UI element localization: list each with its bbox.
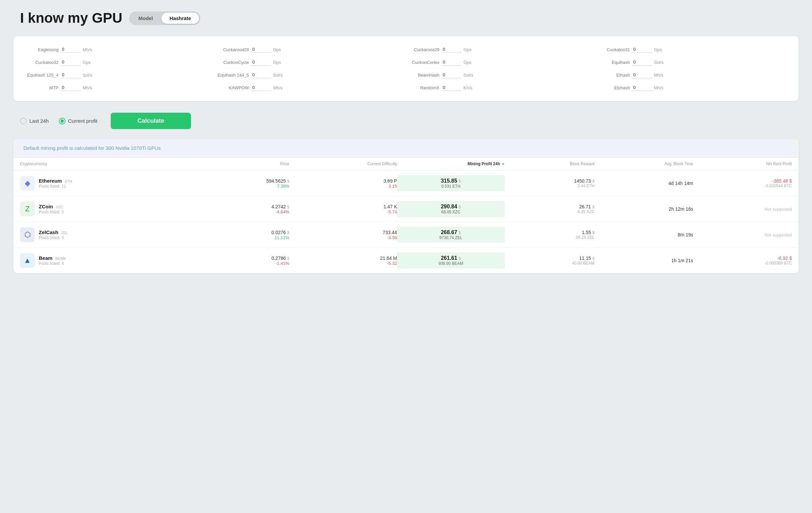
crypto-cell: ▲ Beam BEAM Pools listed: 4 [20, 253, 200, 268]
hashrate-input-equihash[interactable] [632, 59, 652, 65]
price-usd: 4.2742 $ [200, 204, 289, 209]
hashrate-input-cuckoocycle[interactable] [251, 59, 271, 65]
not-supported-label: Not supported [764, 232, 792, 237]
hashrate-unit: Mh/s [654, 73, 664, 78]
hashrate-field-mtp: MTP Mh/s [27, 84, 214, 91]
price-usd: 594.5625 $ [200, 178, 289, 183]
block-reward-cell: 11.15 $ 40.00 BEAM [505, 256, 594, 265]
current-profit-radio-fill [61, 119, 64, 123]
results-info-text: Default mining profit is calculated for … [23, 145, 161, 151]
hashrate-field-cuckatoo31: Cuckatoo31 Gps [598, 46, 786, 53]
current-profit-radio[interactable] [59, 118, 65, 124]
avg-block-time-value: 1h 1m 21s [594, 258, 693, 263]
hashrate-unit: Sol/s [464, 73, 473, 78]
hashrate-field-equihash: Equihash Sol/s [598, 59, 786, 65]
hashrate-label: BeamHash [408, 73, 439, 78]
current-profit-option[interactable]: Current profit [59, 118, 98, 124]
price-change: 7.39% [200, 183, 289, 189]
block-reward-crypto: 2.44 ETH [505, 183, 594, 188]
difficulty-value: 1.47 K [289, 204, 397, 209]
profit-main: 261.61 $ [398, 255, 503, 261]
beam-icon: ▲ [20, 253, 35, 268]
hashrate-field-ethash: Ethash Mh/s [598, 72, 786, 78]
hashrate-unit: Mh/s [83, 85, 92, 90]
hashrate-input-cuckatoo31[interactable] [632, 46, 652, 53]
price-cell: 0.0276 $ 11.11% [200, 230, 289, 240]
difficulty-change: -3.56 [289, 235, 397, 240]
difficulty-cell: 1.47 K -5.74 [289, 204, 397, 215]
block-reward-cell: 26.71 $ 6.25 XZC [505, 204, 594, 214]
calculate-button[interactable]: Calculate [111, 113, 191, 129]
difficulty-change: -5.74 [289, 209, 397, 215]
current-profit-label: Current profit [68, 118, 98, 124]
crypto-cell: Z ZCoin XZC Pools listed: 3 [20, 202, 200, 217]
hashrate-input-cuckarooz29[interactable] [441, 46, 462, 53]
crypto-pools: Pools listed: 5 [39, 235, 68, 240]
col-mining-profit[interactable]: Mining Profit 24h ▼ [397, 162, 505, 166]
hashrate-label: Cuckarood29 [218, 47, 249, 52]
hashrate-input-mtp[interactable] [61, 84, 81, 91]
hashrate-field-equihash-144_5: Equihash 144_5 Sol/s [218, 72, 405, 78]
avg-block-time-cell: 1h 1m 21s [594, 258, 693, 263]
crypto-name: Beam BEAM [39, 255, 66, 261]
difficulty-value: 733.44 [289, 230, 397, 235]
model-toggle-button[interactable]: Model [130, 13, 161, 24]
price-cell: 594.5625 $ 7.39% [200, 178, 289, 189]
col-price: Price [200, 162, 289, 166]
col-difficulty: Current Difficulty [289, 162, 397, 166]
hashrate-input-eaglesong[interactable] [61, 46, 81, 53]
hashrate-unit: Sol/s [273, 73, 283, 78]
last24h-label: Last 24h [29, 118, 49, 124]
hashrate-input-cuckarood29[interactable] [251, 46, 271, 53]
last24h-radio[interactable] [20, 118, 27, 124]
nh-profit-btc: -0.000369 BTC [693, 261, 792, 265]
table-row: ⬡ ZelCash ZEL Pools listed: 5 0.0276 $ 1… [13, 222, 799, 248]
hashrate-input-kawpow[interactable] [251, 84, 271, 91]
hashrate-field-randomx: RandomX Kh/s [408, 84, 595, 91]
hashrate-input-ethash[interactable] [632, 72, 652, 78]
zcoin-icon: Z [20, 202, 35, 217]
difficulty-change: -5.32 [289, 261, 397, 266]
hashrate-input-beamhash[interactable] [441, 72, 462, 78]
nh-profit-value: -6.92 $ [693, 256, 792, 261]
table-row: Z ZCoin XZC Pools listed: 3 4.2742 $ -4.… [13, 196, 799, 222]
mining-profit-cell: 315.85 $ 0.531 ETH [397, 175, 505, 191]
results-section: Default mining profit is calculated for … [13, 139, 799, 273]
hashrate-input-cuckoocortex[interactable] [441, 59, 462, 65]
difficulty-change: 3.15 [289, 183, 397, 189]
difficulty-cell: 3.69 P 3.15 [289, 178, 397, 189]
last24h-option[interactable]: Last 24h [20, 118, 49, 124]
avg-block-time-value: 8m 19s [594, 232, 693, 237]
table-row: ◆ Ethereum ETH Pools listed: 11 594.5625… [13, 171, 799, 196]
crypto-pools: Pools listed: 11 [39, 184, 72, 189]
hashrate-field-cuckarooz29: Cuckarooz29 Gps [408, 46, 595, 53]
hashrate-input-equihash-144_5[interactable] [251, 72, 271, 78]
crypto-info: Beam BEAM Pools listed: 4 [39, 255, 66, 266]
crypto-cell: ◆ Ethereum ETH Pools listed: 11 [20, 176, 200, 191]
hashrate-input-etchash[interactable] [632, 84, 652, 91]
hashrate-unit: Sol/s [83, 73, 92, 78]
hashrate-input-randomx[interactable] [441, 84, 462, 91]
hashrate-input-cuckatoo32[interactable] [61, 59, 81, 65]
profit-sub: 938.90 BEAM [398, 261, 503, 266]
difficulty-value: 21.64 M [289, 256, 397, 261]
controls-row: Last 24h Current profit Calculate [13, 109, 799, 133]
price-usd: 0.0276 $ [200, 230, 289, 235]
hashrate-input-equihash-125_4[interactable] [61, 72, 81, 78]
block-reward-usd: 26.71 $ [505, 204, 594, 209]
block-reward-usd: 11.15 $ [505, 256, 594, 261]
hashrate-grid: Eaglesong Mh/s Cuckarood29 Gps Cuckarooz… [27, 46, 785, 91]
hashrate-field-cuckatoo32: Cuckatoo32 Gps [27, 59, 214, 65]
hashrate-label: CuckooCortex [408, 60, 439, 65]
hashrate-unit: Gps [273, 47, 281, 52]
profit-main: 315.85 $ [398, 178, 503, 184]
not-supported-label: Not supported [764, 207, 792, 212]
hashrate-field-equihash-125_4: Equihash 125_4 Sol/s [27, 72, 214, 78]
hashrate-label: Equihash [598, 60, 630, 65]
hashrate-toggle-button[interactable]: Hashrate [162, 13, 199, 24]
price-change: -1.41% [200, 261, 289, 266]
block-reward-usd: 1.55 $ [505, 230, 594, 235]
hashrate-unit: Gps [273, 60, 281, 65]
crypto-name: ZCoin XZC [39, 204, 64, 210]
avg-block-time-cell: 8m 19s [594, 232, 693, 237]
